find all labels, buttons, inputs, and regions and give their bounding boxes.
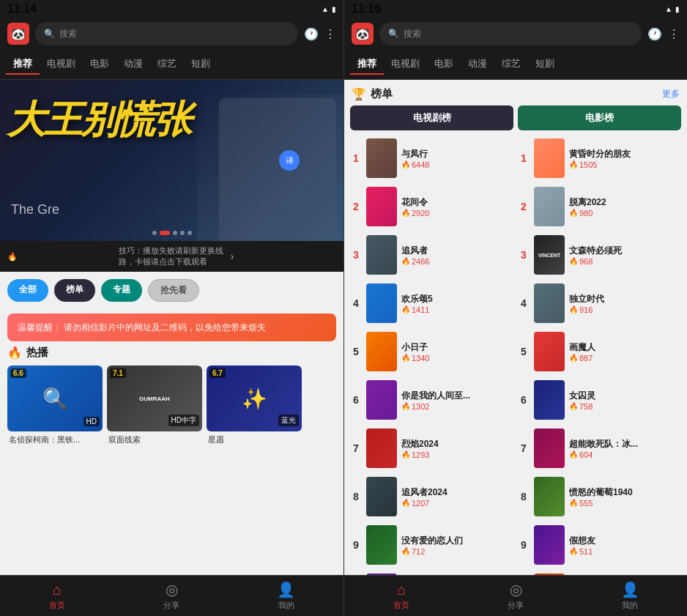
search-placeholder-right: 搜索	[404, 28, 421, 40]
video-card-2[interactable]: ✨ 6.7 蓝光 星愿	[207, 365, 302, 445]
logo-left[interactable]: 🐼	[7, 23, 29, 45]
bottom-nav-home-left[interactable]: ⌂ 首页	[0, 582, 114, 611]
search-bar-left[interactable]: 🔍 搜索	[35, 22, 298, 45]
rank-thumb	[534, 477, 565, 516]
rank-num: 5	[350, 346, 362, 357]
rank-info: 追风者 2466	[401, 245, 513, 266]
rank-thumb	[534, 380, 565, 420]
rank-item-movie-9[interactable]: 9 假想友 511	[518, 523, 681, 567]
video-title-2: 星愿	[207, 434, 302, 445]
rank-item-movie-4[interactable]: 4 独立时代 916	[518, 281, 681, 325]
profile-label-right: 我的	[622, 600, 638, 611]
rank-info: 没有爱的恋人们 712	[401, 535, 513, 556]
rank-item-tv-9[interactable]: 9 没有爱的恋人们 712	[350, 523, 513, 567]
tab-short-right[interactable]: 短剧	[528, 54, 562, 75]
rank-info: 黄昏时分的朋友 1505	[569, 148, 681, 169]
ranking-more-button[interactable]: 更多	[662, 88, 680, 100]
warning-banner: 温馨提醒： 请勿相信影片中的网址及二维码，以免给您带来烦失	[7, 313, 336, 341]
tip-text: 技巧：播放失败请刷新更换线路，卡顿请点击下载观看	[119, 245, 224, 267]
hero-dots	[152, 231, 192, 235]
rank-score: 555	[569, 499, 681, 508]
logo-right[interactable]: 🐼	[352, 23, 374, 45]
rank-title: 黄昏时分的朋友	[569, 148, 681, 160]
rank-item-tv-2[interactable]: 2 花间令 2920	[350, 185, 513, 229]
rank-item-movie-1[interactable]: 1 黄昏时分的朋友 1505	[518, 136, 681, 180]
tip-bar[interactable]: 🔥 技巧：播放失败请刷新更换线路，卡顿请点击下载观看 ›	[0, 241, 344, 272]
tab-short-left[interactable]: 短剧	[184, 54, 218, 75]
rank-item-tv-3[interactable]: 3 追风者 2466	[350, 233, 513, 277]
bottom-nav-home-right[interactable]: ⌂ 首页	[344, 582, 458, 611]
more-icon-left[interactable]: ⋮	[324, 27, 336, 41]
dot-1	[152, 231, 157, 235]
bottom-nav-right: ⌂ 首页 ◎ 分享 👤 我的	[344, 575, 687, 616]
cat-btn-ranking[interactable]: 榜单	[54, 279, 95, 302]
rank-score: 1293	[401, 450, 513, 459]
tab-tv-right[interactable]: 电视剧	[384, 54, 427, 75]
ranking-tab-movie[interactable]: 电影榜	[518, 105, 681, 130]
more-icon-right[interactable]: ⋮	[668, 27, 680, 41]
battery-icon-right: ▮	[675, 5, 680, 13]
tab-recommend-left[interactable]: 推荐	[6, 54, 40, 75]
tab-variety-left[interactable]: 综艺	[150, 54, 184, 75]
tab-movie-left[interactable]: 电影	[83, 54, 116, 75]
translate-button[interactable]: 译	[279, 150, 300, 171]
cat-btn-preview[interactable]: 抢先看	[148, 279, 199, 302]
rank-item-movie-3[interactable]: 3 VINCENT 文森特必须死 968	[518, 233, 681, 277]
battery-icon: ▮	[332, 5, 336, 13]
rank-title: 没有爱的恋人们	[401, 535, 513, 547]
rank-title: 超能敢死队：冰...	[569, 438, 681, 450]
rank-item-tv-1[interactable]: 1 与凤行 6448	[350, 136, 513, 180]
rank-item-movie-2[interactable]: 2 脱离2022 980	[518, 185, 681, 229]
video-card-0[interactable]: 🔍 6.6 HD 名侦探柯南：黑铁...	[7, 365, 103, 445]
tab-anime-right[interactable]: 动漫	[461, 54, 494, 75]
fire-icon-tip: 🔥	[7, 252, 113, 261]
rank-num: 2	[518, 201, 530, 212]
history-icon-left[interactable]: 🕐	[304, 27, 319, 41]
fire-icon: 🔥	[7, 346, 22, 360]
tab-tv-left[interactable]: 电视剧	[40, 54, 83, 75]
rank-title: 假想友	[569, 535, 681, 547]
tab-anime-left[interactable]: 动漫	[116, 54, 150, 75]
ranking-tab-tv[interactable]: 电视剧榜	[350, 105, 513, 130]
rank-item-tv-6[interactable]: 6 你是我的人间至... 1302	[350, 378, 513, 422]
hero-banner[interactable]: 大王别慌张 The Gre 译	[0, 80, 344, 241]
profile-icon-left: 👤	[277, 581, 295, 598]
cat-btn-topic[interactable]: 专题	[101, 279, 142, 302]
rank-item-tv-8[interactable]: 8 追风者2024 1207	[350, 475, 513, 519]
rank-item-movie-5[interactable]: 5 画魔人 887	[518, 330, 681, 374]
rank-item-tv-4[interactable]: 4 欢乐颂5 1411	[350, 281, 513, 325]
tab-recommend-right[interactable]: 推荐	[350, 54, 384, 75]
search-icon-left: 🔍	[44, 29, 55, 39]
video-card-1[interactable]: GUMRAAH 7.1 HD中字 双面线索	[107, 365, 202, 445]
video-badge-1: 7.1	[110, 368, 126, 378]
rank-score: 916	[569, 305, 681, 314]
bottom-nav-profile-right[interactable]: 👤 我的	[573, 581, 687, 611]
tab-movie-right[interactable]: 电影	[427, 54, 461, 75]
rank-num: 6	[518, 394, 530, 406]
nav-tabs-left: 推荐 电视剧 电影 动漫 综艺 短剧	[0, 50, 344, 80]
rank-num: 9	[518, 539, 530, 551]
rank-item-tv-7[interactable]: 7 烈焰2024 1293	[350, 426, 513, 470]
rank-thumb	[366, 187, 397, 226]
rank-item-movie-6[interactable]: 6 女囚灵 758	[518, 378, 681, 422]
hero-title-cn: 大王别慌张	[7, 94, 190, 146]
rank-thumb	[534, 332, 565, 371]
warning-text: 温馨提醒： 请勿相信影片中的网址及二维码，以免给您带来烦失	[18, 321, 326, 334]
ranking-tabs: 电视剧榜 电影榜	[350, 105, 681, 130]
rank-info: 愤怒的葡萄1940 555	[569, 486, 681, 508]
history-icon-right[interactable]: 🕐	[647, 27, 662, 41]
search-bar-right[interactable]: 🔍 搜索	[379, 22, 642, 45]
bottom-nav-share-left[interactable]: ◎ 分享	[114, 581, 229, 611]
ranking-col-tv: 1 与凤行 6448 2 花间令 2920	[350, 136, 513, 575]
rank-item-movie-7[interactable]: 7 超能敢死队：冰... 604	[518, 426, 681, 470]
rank-item-movie-8[interactable]: 8 愤怒的葡萄1940 555	[518, 475, 681, 519]
rank-title: 欢乐颂5	[401, 293, 513, 305]
tab-variety-right[interactable]: 综艺	[494, 54, 528, 75]
bottom-nav-profile-left[interactable]: 👤 我的	[229, 581, 344, 611]
rank-num: 4	[518, 297, 530, 309]
cat-btn-all[interactable]: 全部	[7, 279, 48, 302]
home-icon-left: ⌂	[53, 582, 62, 598]
bottom-nav-share-right[interactable]: ◎ 分享	[458, 581, 573, 611]
rank-item-tv-5[interactable]: 5 小日子 1340	[350, 330, 513, 374]
rank-thumb	[366, 332, 397, 371]
